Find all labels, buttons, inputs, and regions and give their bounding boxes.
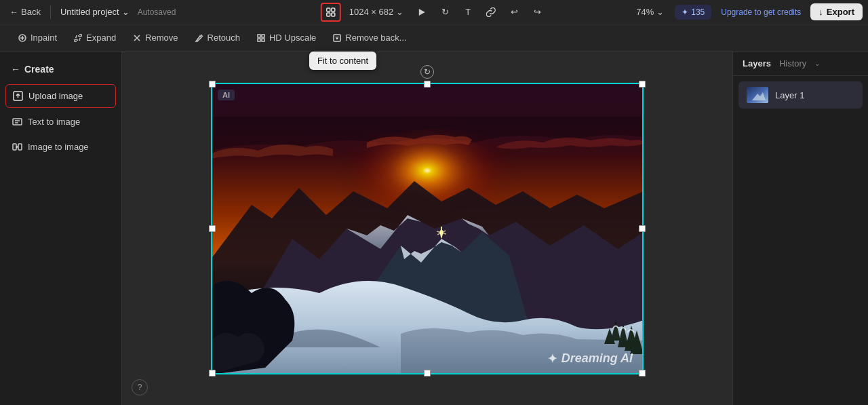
create-back-icon: ← xyxy=(11,64,20,75)
hd-upscale-button[interactable]: HD Upscale xyxy=(250,30,323,45)
zoom-chevron-icon: ⌄ xyxy=(656,7,664,17)
image-to-image-icon xyxy=(12,142,22,152)
layer-1-item[interactable]: Layer 1 xyxy=(738,81,863,109)
topbar: ← Back Untitled project ⌄ Autosaved 1024… xyxy=(0,0,868,24)
main-content: ← Create Upload image Text to image Im xyxy=(0,52,868,405)
back-button[interactable]: ← Back xyxy=(5,5,45,19)
download-icon: ↓ xyxy=(818,7,823,17)
remove-back-label: Remove back... xyxy=(345,33,406,43)
remove-label: Remove xyxy=(145,33,178,43)
svg-marker-4 xyxy=(419,9,425,16)
topbar-right: 74% ⌄ ✦ 135 Upgrade to get credits ↓ Exp… xyxy=(631,3,863,20)
project-chevron-icon: ⌄ xyxy=(122,7,130,17)
image-to-image-label: Image to image xyxy=(28,142,89,152)
watermark-text: Dreaming AI xyxy=(561,351,633,366)
create-title: ← Create xyxy=(5,60,116,79)
layer-1-thumbnail xyxy=(747,87,768,103)
fit-content-button[interactable] xyxy=(321,3,341,22)
svg-rect-1 xyxy=(332,8,335,12)
export-button[interactable]: ↓ Export xyxy=(810,3,863,20)
back-icon: ← xyxy=(9,7,18,17)
svg-rect-11 xyxy=(334,35,340,41)
watermark: ✦ Dreaming AI xyxy=(547,351,633,366)
credits-button[interactable]: ✦ 135 xyxy=(675,5,711,20)
expand-label: Expand xyxy=(86,33,116,43)
topbar-left: ← Back Untitled project ⌄ Autosaved xyxy=(5,5,176,19)
dimensions-value: 1024 × 682 xyxy=(349,7,393,17)
project-name-label: Untitled project xyxy=(60,7,119,17)
history-chevron-icon: ⌄ xyxy=(814,60,820,67)
svg-rect-9 xyxy=(258,39,260,41)
svg-rect-6 xyxy=(76,36,80,40)
export-label: Export xyxy=(827,7,854,17)
svg-rect-8 xyxy=(262,35,264,37)
autosaved-label: Autosaved xyxy=(138,7,176,17)
retouch-label: Retouch xyxy=(208,33,240,43)
right-sidebar-tabs: Layers History ⌄ xyxy=(743,58,820,69)
sidebar-item-text-to-image[interactable]: Text to image xyxy=(5,111,116,133)
canvas-area[interactable]: AI ✦ Dreaming AI ↻ ? xyxy=(122,52,732,405)
tab-layers[interactable]: Layers xyxy=(743,58,771,69)
right-sidebar-header: Layers History ⌄ xyxy=(733,52,868,76)
divider-1 xyxy=(50,5,51,19)
text-to-image-label: Text to image xyxy=(28,117,80,127)
layer-1-name: Layer 1 xyxy=(775,90,804,100)
project-name-button[interactable]: Untitled project ⌄ xyxy=(56,5,134,19)
upgrade-button[interactable]: Upgrade to get credits xyxy=(717,5,805,20)
topbar-center-tools: 1024 × 682 ⌄ ↻ T ↩ ↪ xyxy=(321,3,547,22)
back-label: Back xyxy=(21,7,41,17)
svg-rect-0 xyxy=(327,8,330,12)
remove-background-button[interactable]: Remove back... xyxy=(326,30,413,45)
canvas-image[interactable]: AI ✦ Dreaming AI xyxy=(211,83,644,374)
text-image-icon xyxy=(12,117,22,127)
credits-count: 135 xyxy=(691,7,705,17)
right-sidebar: Layers History ⌄ xyxy=(732,52,868,405)
ai-badge: AI xyxy=(218,90,235,100)
remove-button[interactable]: Remove xyxy=(125,30,184,45)
redo-button[interactable]: ↪ xyxy=(527,3,547,22)
undo-icon: ↩ xyxy=(511,7,518,17)
undo-button[interactable]: ↩ xyxy=(504,3,524,22)
hd-upscale-label: HD Upscale xyxy=(269,33,316,43)
svg-rect-15 xyxy=(18,144,22,150)
retouch-button[interactable]: Retouch xyxy=(188,30,247,45)
credits-star-icon: ✦ xyxy=(682,7,688,17)
rotate-tool-button[interactable]: ↻ xyxy=(435,3,455,22)
rotate-handle[interactable]: ↻ xyxy=(420,65,434,79)
text-icon: T xyxy=(465,7,471,17)
tab-history[interactable]: History xyxy=(779,58,806,69)
svg-rect-14 xyxy=(13,144,16,150)
question-icon: ? xyxy=(138,383,142,392)
sidebar-item-image-to-image[interactable]: Image to image xyxy=(5,136,116,158)
svg-rect-10 xyxy=(262,39,264,41)
svg-rect-3 xyxy=(332,13,335,16)
zoom-level-value: 74% xyxy=(636,7,654,17)
play-button[interactable] xyxy=(412,3,432,22)
upload-image-label: Upload image xyxy=(28,91,83,101)
inpaint-button[interactable]: Inpaint xyxy=(11,30,64,45)
canvas-wrapper: AI ✦ Dreaming AI ↻ xyxy=(211,83,644,374)
toolbar: Inpaint Expand Remove Retouch HD Upscale xyxy=(0,24,868,52)
upgrade-label: Upgrade to get credits xyxy=(721,7,801,17)
expand-button[interactable]: Expand xyxy=(66,30,123,45)
dimensions-button[interactable]: 1024 × 682 ⌄ xyxy=(344,5,409,19)
dimensions-chevron-icon: ⌄ xyxy=(396,7,403,17)
svg-rect-13 xyxy=(13,119,22,125)
upload-icon xyxy=(13,91,23,101)
svg-rect-2 xyxy=(327,13,330,16)
rotate-icon: ↻ xyxy=(441,7,449,17)
text-tool-button[interactable]: T xyxy=(458,3,478,22)
svg-rect-7 xyxy=(258,35,260,37)
left-sidebar: ← Create Upload image Text to image Im xyxy=(0,52,122,405)
watermark-star-icon: ✦ xyxy=(547,351,557,366)
create-label: Create xyxy=(24,64,54,75)
link-tool-button[interactable] xyxy=(481,3,501,22)
sidebar-item-upload-image[interactable]: Upload image xyxy=(5,84,116,108)
help-button[interactable]: ? xyxy=(132,379,148,396)
zoom-button[interactable]: 74% ⌄ xyxy=(631,5,669,19)
mountain-scene-svg xyxy=(211,83,644,374)
inpaint-label: Inpaint xyxy=(31,33,57,43)
redo-icon: ↪ xyxy=(534,7,541,17)
